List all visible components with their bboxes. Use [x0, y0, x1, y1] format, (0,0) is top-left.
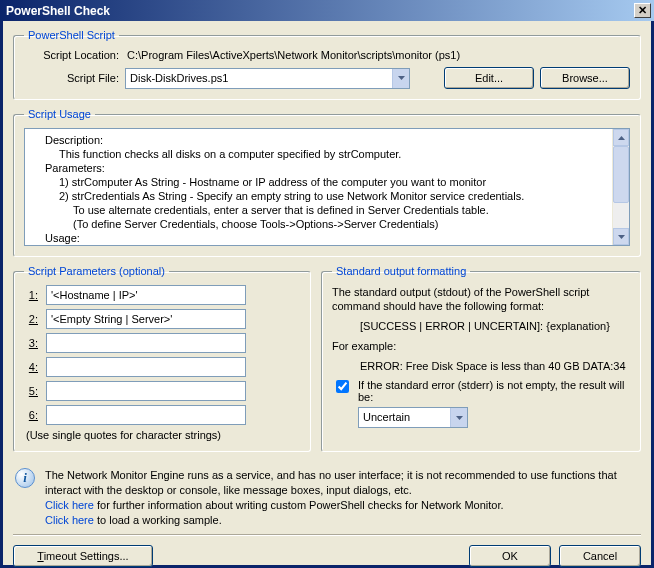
browse-button[interactable]: Browse... [540, 67, 630, 89]
timeout-settings-button[interactable]: Timeout Settings... [13, 545, 153, 567]
group-powershell-script-legend: PowerShell Script [24, 29, 119, 41]
scroll-up-icon[interactable] [613, 129, 629, 146]
param-6-input[interactable] [46, 405, 246, 425]
svg-marker-2 [618, 235, 625, 239]
stderr-result-value: Uncertain [359, 408, 450, 427]
title-bar[interactable]: PowerShell Check ✕ [0, 0, 654, 21]
group-script-parameters-legend: Script Parameters (optional) [24, 265, 169, 277]
group-powershell-script: PowerShell Script Script Location: C:\Pr… [13, 29, 641, 100]
ok-button[interactable]: OK [469, 545, 551, 567]
param-2-input[interactable] [46, 309, 246, 329]
group-script-usage-legend: Script Usage [24, 108, 95, 120]
usage-p2: 2) strCredentials As String - Specify an… [31, 189, 606, 203]
group-stdout-formatting: Standard output formatting The standard … [321, 265, 641, 452]
usage-p1: 1) strComputer As String - Hostname or I… [31, 175, 606, 189]
chevron-down-icon[interactable] [450, 408, 467, 427]
stdout-format: [SUCCESS | ERROR | UNCERTAIN]: {explanat… [332, 319, 630, 333]
scroll-track[interactable] [613, 146, 629, 228]
script-file-combo[interactable]: Disk-DiskDrives.ps1 [125, 68, 410, 89]
usage-param-h: Parameters: [31, 161, 606, 175]
group-script-usage: Script Usage Description: This function … [13, 108, 641, 257]
group-stdout-legend: Standard output formatting [332, 265, 470, 277]
usage-desc-t: This function checks all disks on a comp… [31, 147, 606, 161]
stdout-eg-label: For example: [332, 339, 630, 353]
scroll-down-icon[interactable] [613, 228, 629, 245]
svg-marker-0 [398, 76, 405, 80]
close-button[interactable]: ✕ [634, 3, 651, 18]
param-5-input[interactable] [46, 381, 246, 401]
params-note: (Use single quotes for character strings… [26, 429, 300, 441]
param-4-input[interactable] [46, 357, 246, 377]
separator [13, 534, 641, 535]
param-3-label: 3: [24, 337, 38, 349]
param-4-label: 4: [24, 361, 38, 373]
scroll-thumb[interactable] [613, 146, 629, 203]
svg-marker-3 [456, 416, 463, 420]
window-title: PowerShell Check [6, 4, 110, 18]
cancel-button[interactable]: Cancel [559, 545, 641, 567]
usage-scrollbar[interactable] [612, 129, 629, 245]
chevron-down-icon[interactable] [392, 69, 409, 88]
info-link1-tail: for further information about writing cu… [94, 499, 504, 511]
param-1-input[interactable] [46, 285, 246, 305]
group-script-parameters: Script Parameters (optional) 1: 2: 3: 4:… [13, 265, 311, 452]
usage-desc-h: Description: [31, 133, 606, 147]
stdout-desc: The standard output (stdout) of the Powe… [332, 285, 630, 313]
info-panel: i The Network Monitor Engine runs as a s… [15, 468, 639, 528]
info-icon: i [15, 468, 35, 488]
usage-usage-h: Usage: [31, 231, 606, 245]
script-location-value: C:\Program Files\ActiveXperts\Network Mo… [125, 49, 630, 61]
param-5-label: 5: [24, 385, 38, 397]
info-text: The Network Monitor Engine runs as a ser… [45, 468, 639, 498]
param-2-label: 2: [24, 313, 38, 325]
link-load-sample[interactable]: Click here [45, 514, 94, 526]
info-link2-tail: to load a working sample. [94, 514, 222, 526]
param-1-label: 1: [24, 289, 38, 301]
usage-p2b: (To define Server Credentials, choose To… [31, 217, 606, 231]
stderr-checkbox-label: If the standard error (stderr) is not em… [358, 379, 630, 403]
svg-marker-1 [618, 136, 625, 140]
stdout-eg: ERROR: Free Disk Space is less than 40 G… [332, 359, 630, 373]
window-body: PowerShell Script Script Location: C:\Pr… [0, 21, 654, 568]
edit-button[interactable]: Edit... [444, 67, 534, 89]
stderr-checkbox[interactable] [336, 380, 349, 393]
link-more-info[interactable]: Click here [45, 499, 94, 511]
timeout-btn-rest: imeout Settings... [44, 550, 129, 562]
script-file-label: Script File: [24, 72, 119, 84]
script-file-value: Disk-DiskDrives.ps1 [126, 69, 392, 88]
usage-text-area: Description: This function checks all di… [24, 128, 630, 246]
usage-p2a: To use alternate credentials, enter a se… [31, 203, 606, 217]
param-3-input[interactable] [46, 333, 246, 353]
stderr-result-combo[interactable]: Uncertain [358, 407, 468, 428]
script-location-label: Script Location: [24, 49, 119, 61]
param-6-label: 6: [24, 409, 38, 421]
